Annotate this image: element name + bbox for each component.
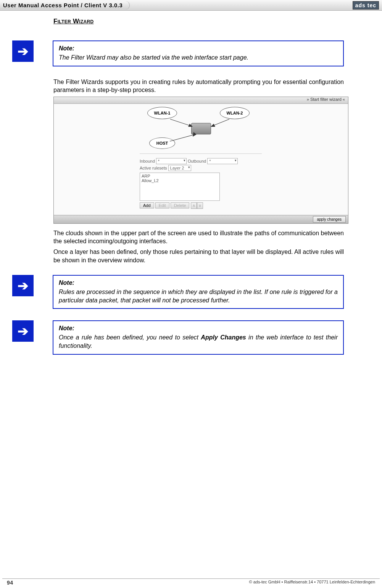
svg-line-4: [170, 134, 195, 141]
rules-toolbar: Add Edit Delete ∧∨: [140, 202, 203, 209]
note-text: The Filter Wizard may also be started vi…: [59, 53, 338, 62]
down-button[interactable]: ∨: [197, 202, 203, 209]
note-box: Note: The Filter Wizard may also be star…: [53, 40, 344, 66]
note-box: Note: Rules are processed in the sequenc…: [53, 275, 344, 309]
note-label: Note:: [59, 325, 338, 332]
logo-text: ads tec: [355, 2, 376, 8]
paragraph-1: The Filter Wizards supports you in creat…: [53, 78, 344, 94]
inbound-select[interactable]: *: [156, 158, 187, 164]
paragraph-3: Once a layer has been defined, only thos…: [53, 248, 344, 264]
note3-strong: Apply Changes: [201, 334, 246, 341]
note3-pre: Once a rule has been defined, you need t…: [59, 334, 201, 341]
note-arrow-icon: ➔: [12, 320, 34, 342]
edit-button[interactable]: Edit: [155, 202, 169, 208]
inbound-label: Inbound: [140, 159, 155, 163]
note-label: Note:: [59, 279, 338, 286]
ss-body: WLAN-1 WLAN-2 HOST Inbound * Outbound * …: [54, 104, 348, 215]
header-title: User Manual Access Point / Client V 3.0.…: [3, 2, 122, 8]
header-bar: User Manual Access Point / Client V 3.0.…: [0, 0, 382, 11]
note-box: Note: Once a rule has been defined, you …: [53, 320, 344, 354]
paragraph-2: The clouds shown in the upper part of th…: [53, 229, 344, 246]
up-button[interactable]: ∧: [191, 202, 197, 209]
inbound-value: *: [158, 159, 160, 163]
list-item[interactable]: ARP: [142, 174, 218, 178]
header-title-wrap: User Manual Access Point / Client V 3.0.…: [0, 1, 130, 10]
list-item[interactable]: Allow_L2: [142, 178, 218, 183]
page-number: 94: [7, 580, 13, 586]
note-2: ➔ Note: Rules are processed in the seque…: [12, 275, 344, 309]
logo: ads tec: [353, 1, 382, 10]
note-arrow-icon: ➔: [12, 275, 34, 296]
svg-line-2: [212, 119, 229, 126]
note-3: ➔ Note: Once a rule has been defined, yo…: [12, 320, 344, 354]
note-label: Note:: [59, 45, 338, 52]
outbound-select[interactable]: *: [207, 158, 238, 164]
active-rulesets-label: Active rulesets: [140, 166, 167, 170]
note-text: Once a rule has been defined, you need t…: [59, 333, 338, 350]
svg-marker-5: [193, 132, 197, 137]
screenshot: » Start filter wizard « WLAN-1 WLAN-2 HO…: [53, 97, 348, 224]
delete-button[interactable]: Delete: [171, 202, 190, 208]
rules-listbox[interactable]: ARP Allow_L2: [140, 173, 220, 201]
content: Filter Wizard ➔ Note: The Filter Wizard …: [0, 11, 382, 355]
add-button[interactable]: Add: [140, 202, 154, 208]
svg-line-0: [170, 119, 191, 126]
copyright: © ads-tec GmbH • Raiffeisenstr.14 • 7077…: [249, 580, 375, 586]
active-rulesets-row: Active rulesets Layer 2: [140, 165, 191, 171]
section-title: Filter Wizard: [53, 18, 344, 25]
logo-box: ads tec: [353, 1, 379, 10]
note-arrow-icon: ➔: [12, 40, 34, 62]
start-filter-wizard-link[interactable]: » Start filter wizard «: [307, 97, 345, 102]
separator-line: [140, 153, 262, 154]
outbound-value: *: [209, 159, 211, 163]
connection-lines: [54, 104, 348, 157]
note-text: Rules are processed in the sequence in w…: [59, 288, 338, 304]
footer: 94 © ads-tec GmbH • Raiffeisenstr.14 • 7…: [2, 578, 380, 586]
note-1: ➔ Note: The Filter Wizard may also be st…: [12, 40, 344, 66]
apply-changes-button[interactable]: apply changes: [313, 216, 346, 223]
inbound-outbound-row: Inbound * Outbound *: [140, 158, 238, 164]
ss-topbar: » Start filter wizard «: [54, 97, 348, 104]
active-rulesets-value: Layer 2: [170, 166, 184, 170]
ss-bottombar: apply changes: [54, 215, 348, 223]
outbound-label: Outbound: [188, 159, 206, 163]
active-rulesets-select[interactable]: Layer 2: [168, 165, 192, 171]
